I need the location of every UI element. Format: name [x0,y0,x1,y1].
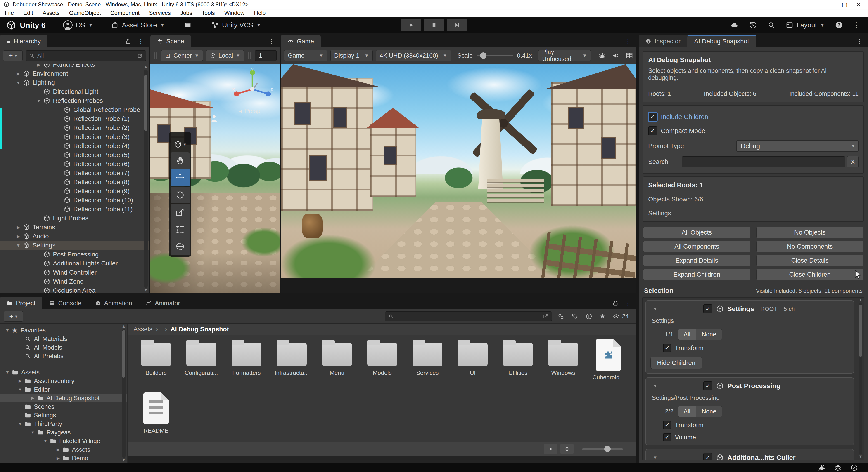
project-tree-row[interactable]: All Prefabs [0,352,127,360]
foldout-arrow[interactable]: ▶ [54,448,62,452]
none-button[interactable]: None [696,329,722,340]
object-checkbox[interactable]: ✓ [703,453,712,460]
toolbar-grip[interactable] [248,52,251,59]
foldout-arrow[interactable]: ▼ [16,387,24,392]
menu-gameobject[interactable]: GameObject [64,10,105,16]
prompt-type-dropdown[interactable]: Debug ▾ [736,140,859,151]
hierarchy-row[interactable]: ▶Particle Effects [0,64,149,69]
hierarchy-row[interactable]: Reflection Probe (2) [0,123,149,132]
hierarchy-row[interactable]: Reflection Probe (10) [0,196,149,205]
scroll-up-icon[interactable]: ▲ [859,298,863,303]
hierarchy-row[interactable]: Reflection Probe (1) [0,114,149,123]
search-icon[interactable] [767,21,776,29]
favorites-filter-icon[interactable]: ★ [599,313,606,320]
hierarchy-row[interactable]: Reflection Probe (9) [0,187,149,196]
play-focus-dropdown[interactable]: Play Unfocused ▼ [538,50,591,61]
asset-folder-tile[interactable]: Builders [133,339,179,393]
perspective-toggle[interactable]: ◄ Persp [238,107,260,114]
menu-component[interactable]: Component [105,10,144,16]
tab-animator[interactable]: Animator [139,297,187,309]
scene-viewport[interactable]: ▾ [150,64,280,293]
add-object-button[interactable]: +▾ [3,50,23,61]
menu-jobs[interactable]: Jobs [176,10,197,16]
selection-card-header[interactable]: ▼✓Post Processing [650,381,849,391]
display-dropdown[interactable]: Display 1 ▼ [331,50,373,61]
hierarchy-row[interactable]: Reflection Probe (3) [0,132,149,141]
hidden-packages-icon[interactable] [586,313,592,320]
all-objects-button[interactable]: All Objects [643,227,750,238]
menu-assets[interactable]: Assets [38,10,64,16]
more-icon[interactable]: ⋮ [625,38,631,45]
project-tree-row[interactable]: All Models [0,343,127,352]
asset-folder-tile[interactable]: Configurati... [179,339,224,393]
lock-icon[interactable] [612,300,619,307]
foldout-arrow[interactable]: ▼ [650,455,660,460]
hierarchy-row[interactable]: Reflection Probe (5) [0,150,149,160]
project-tree-row[interactable]: ▼Assets [0,368,127,377]
debugger-disabled-icon[interactable] [818,464,826,472]
no-components-button[interactable]: No Components [756,241,864,252]
scroll-down-icon[interactable]: ▼ [122,458,126,463]
foldout-arrow[interactable]: ▼ [13,243,23,248]
foldout-arrow[interactable]: ▶ [29,396,37,400]
scroll-down-icon[interactable]: ▼ [144,288,148,293]
selection-card-header[interactable]: ▼✓SettingsROOT5 ch [650,304,849,313]
visible-items-control[interactable]: 24 [613,313,629,320]
tool-settings-dropdown[interactable]: ▾ [174,140,186,148]
debug-icon[interactable] [598,52,606,60]
history-icon[interactable] [749,21,757,29]
project-tree-row[interactable]: Settings [0,411,127,419]
component-row[interactable]: ✓Transform [663,421,849,429]
scroll-up-icon[interactable]: ▲ [122,324,126,329]
snapshot-search-input[interactable] [682,156,845,167]
asset-folder-tile[interactable]: Services [405,339,450,393]
tab-scene[interactable]: Scene [150,35,191,47]
all-button[interactable]: All [678,329,696,340]
foldout-arrow[interactable]: ▼ [16,422,24,426]
tool-rotate[interactable] [170,187,189,203]
foldout-arrow[interactable]: ▼ [3,370,12,374]
tab-animation[interactable]: Animation [88,297,139,309]
all-clear-icon[interactable] [850,464,858,472]
toolbar-grip[interactable] [154,52,157,59]
include-children-checkbox[interactable]: ✓ [648,112,657,121]
foldout-arrow[interactable]: ▶ [54,456,62,460]
hierarchy-row[interactable]: ▶Audio [0,232,149,241]
all-button[interactable]: All [678,406,696,417]
menu-window[interactable]: Window [220,10,249,16]
stats-icon[interactable] [625,52,633,60]
asset-folder-tile[interactable]: Windows [540,339,586,393]
cloud-icon[interactable] [730,21,739,29]
more-icon[interactable]: ⋮ [268,38,275,45]
resolution-dropdown[interactable]: 4K UHD (3840x2160) ▼ [376,50,451,61]
foldout-arrow[interactable]: ▶ [13,234,23,239]
orientation-gizmo[interactable]: y x z [231,67,274,107]
asset-store-menu[interactable]: Asset Store ▼ [106,21,169,29]
package-manager-button[interactable] [180,21,196,29]
project-search-input[interactable] [385,311,552,321]
tool-hand[interactable] [170,152,189,169]
foldout-arrow[interactable]: ▼ [41,439,50,443]
foldout-arrow[interactable]: ▼ [3,328,12,332]
foldout-arrow[interactable]: ▶ [16,379,24,383]
hierarchy-row[interactable]: Directional Light [0,87,149,96]
foldout-arrow[interactable]: ▶ [13,225,23,230]
layout-menu[interactable]: Layout ▼ [786,21,825,29]
component-checkbox[interactable]: ✓ [663,421,671,429]
scroll-down-icon[interactable]: ▼ [859,454,863,459]
thumbnail-size-slider[interactable] [582,448,623,450]
project-tree-row[interactable]: ▼Editor [0,385,127,394]
hierarchy-row[interactable]: Occlusion Area [0,286,149,293]
lock-icon[interactable] [125,38,132,45]
hierarchy-row[interactable]: ▶Terrains [0,223,149,232]
menu-tools[interactable]: Tools [197,10,220,16]
component-row[interactable]: ✓Volume [663,433,849,441]
step-button[interactable] [447,19,467,31]
asset-folder-tile[interactable]: Menu [314,339,360,393]
tab-project[interactable]: Project [0,297,42,309]
hierarchy-row[interactable]: Light Probes [0,214,149,223]
expand-children-button[interactable]: Expand Children [643,269,750,280]
compact-mode-checkbox[interactable]: ✓ [648,126,657,135]
tool-transform[interactable] [170,238,189,255]
grid-snap-field[interactable]: 1 [255,50,277,61]
